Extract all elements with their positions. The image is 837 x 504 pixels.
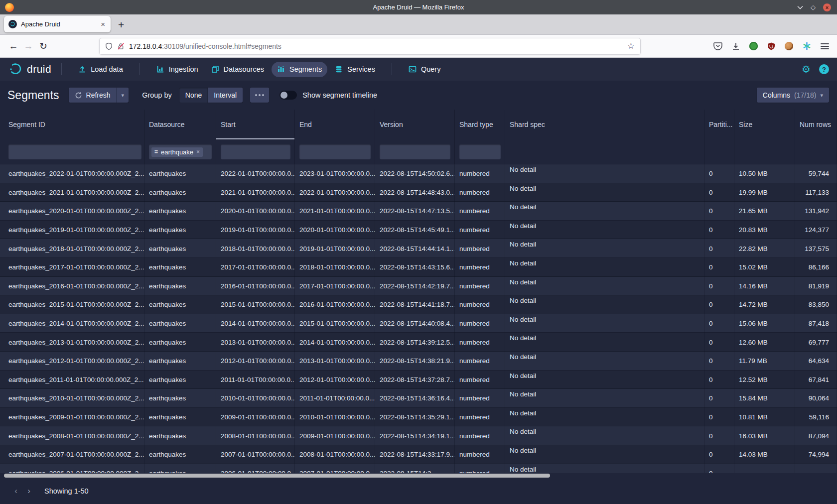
cell-segment-id[interactable]: earthquakes_2010-01-01T00:00:00.000Z_2..… [0,389,144,408]
datasource-filter-tag[interactable]: = earthquake × [151,147,203,157]
help-icon[interactable]: ? [819,64,829,74]
druid-logo[interactable]: druid [8,62,51,77]
cell-segment-id[interactable]: earthquakes_2008-01-01T00:00:00.000Z_2..… [0,426,144,445]
ublock-origin-icon[interactable] [767,42,775,50]
table-row[interactable]: earthquakes_2022-01-01T00:00:00.000Z_2..… [0,164,837,183]
cell-segment-id[interactable]: earthquakes_2014-01-01T00:00:00.000Z_2..… [0,314,144,333]
table-row[interactable]: earthquakes_2007-01-01T00:00:00.000Z_2..… [0,445,837,464]
cell-segment-id[interactable]: earthquakes_2021-01-01T00:00:00.000Z_2..… [0,183,144,202]
cell-segment-id[interactable]: earthquakes_2022-01-01T00:00:00.000Z_2..… [0,164,144,183]
bookmark-star-icon[interactable]: ☆ [627,41,635,51]
table-row[interactable]: earthquakes_2009-01-01T00:00:00.000Z_2..… [0,408,837,427]
table-row[interactable]: earthquakes_2010-01-01T00:00:00.000Z_2..… [0,389,837,408]
reload-button[interactable]: ↻ [36,40,51,52]
cell-segment-id[interactable]: earthquakes_2006-01-01T00:00:00.000Z_2..… [0,464,144,474]
refresh-button[interactable]: Refresh [69,88,117,103]
cell-shard-spec: No detail [505,258,704,277]
cell-size: 12.52 MB [734,371,795,389]
nav-item-load-data[interactable]: Load data [73,62,129,77]
table-row[interactable]: earthquakes_2020-01-01T00:00:00.000Z_2..… [0,202,837,221]
nav-item-datasources[interactable]: Datasources [206,62,270,77]
table-row[interactable]: earthquakes_2021-01-01T00:00:00.000Z_2..… [0,183,837,202]
back-button[interactable]: ← [6,41,21,52]
table-row[interactable]: earthquakes_2014-01-01T00:00:00.000Z_2..… [0,314,837,333]
cell-segment-id[interactable]: earthquakes_2009-01-01T00:00:00.000Z_2..… [0,408,144,427]
table-row[interactable]: earthquakes_2016-01-01T00:00:00.000Z_2..… [0,277,837,296]
cell-segment-id[interactable]: earthquakes_2007-01-01T00:00:00.000Z_2..… [0,445,144,464]
url-bar[interactable]: 172.18.0.4:30109/unified-console.html#se… [100,38,640,54]
table-row[interactable]: earthquakes_2019-01-01T00:00:00.000Z_2..… [0,221,837,240]
column-header-start[interactable]: Start [216,110,295,139]
table-row[interactable]: earthquakes_2008-01-01T00:00:00.000Z_2..… [0,426,837,445]
column-header-datasource[interactable]: Datasource [144,110,216,139]
new-tab-button[interactable]: + [118,19,124,30]
next-page-button[interactable]: › [22,486,35,496]
columns-button[interactable]: Columns (17/18) ▾ [757,88,829,103]
settings-gear-icon[interactable]: ⚙ [802,64,811,74]
nav-item-query[interactable]: Query [403,62,446,77]
column-header-partition[interactable]: Partiti... [704,110,734,139]
window-maximize-icon[interactable]: ◇ [811,4,816,10]
cell-segment-id[interactable]: earthquakes_2019-01-01T00:00:00.000Z_2..… [0,221,144,240]
table-row[interactable]: earthquakes_2018-01-01T00:00:00.000Z_2..… [0,239,837,258]
nav-item-label: Services [347,65,375,73]
group-by-none-button[interactable]: None [179,88,208,103]
table-row[interactable]: earthquakes_2017-01-01T00:00:00.000Z_2..… [0,258,837,277]
window-minimize-icon[interactable] [797,5,803,9]
pinwheel-extension-icon[interactable] [803,42,811,50]
filter-input-segment-id[interactable] [8,144,141,159]
previous-page-button[interactable]: ‹ [9,486,22,496]
cell-segment-id[interactable]: earthquakes_2017-01-01T00:00:00.000Z_2..… [0,258,144,277]
cell-datasource: earthquakes [144,258,216,277]
table-row[interactable]: earthquakes_2011-01-01T00:00:00.000Z_2..… [0,371,837,389]
table-row[interactable]: earthquakes_2015-01-01T00:00:00.000Z_2..… [0,295,837,314]
column-header-end[interactable]: End [295,110,375,139]
nav-item-segments[interactable]: Segments [272,62,327,77]
column-header-size[interactable]: Size [734,110,795,139]
filter-input-version[interactable] [380,144,450,159]
tracking-shield-icon[interactable] [105,42,113,50]
segment-timeline-toggle[interactable] [279,91,297,100]
window-close-button[interactable]: × [823,3,831,11]
cell-segment-id[interactable]: earthquakes_2013-01-01T00:00:00.000Z_2..… [0,333,144,352]
extension-privacy-icon[interactable] [749,42,758,50]
column-header-num-rows[interactable]: Num rows [795,110,837,139]
cookie-extension-icon[interactable] [785,42,793,50]
filter-input-shard-type[interactable] [459,144,501,159]
table-row[interactable]: earthquakes_2006-01-01T00:00:00.000Z_2..… [0,464,837,474]
pocket-icon[interactable] [713,42,722,50]
cell-start: 2022-01-01T00:00:00.0... [216,164,295,183]
cell-datasource: earthquakes [144,371,216,389]
menu-icon[interactable] [821,42,829,51]
horizontal-scrollbar[interactable] [4,474,550,478]
column-header-segment-id[interactable]: Segment ID [0,110,144,139]
refresh-options-button[interactable]: ▾ [117,88,129,103]
nav-item-services[interactable]: Services [329,62,381,77]
cell-end: 2007-01-01T00:00:00.0... [295,464,375,474]
table-row[interactable]: earthquakes_2012-01-01T00:00:00.000Z_2..… [0,352,837,371]
cell-segment-id[interactable]: earthquakes_2012-01-01T00:00:00.000Z_2..… [0,352,144,371]
tab-close-icon[interactable]: × [100,20,106,28]
url-text[interactable]: 172.18.0.4:30109/unified-console.html#se… [129,42,627,50]
insecure-lock-icon[interactable] [117,42,125,50]
filter-input-start[interactable] [221,144,290,159]
remove-tag-icon[interactable]: × [196,149,200,155]
column-header-version[interactable]: Version [375,110,455,139]
cell-start: 2017-01-01T00:00:00.0... [216,258,295,277]
cell-segment-id[interactable]: earthquakes_2020-01-01T00:00:00.000Z_2..… [0,202,144,221]
cell-segment-id[interactable]: earthquakes_2018-01-01T00:00:00.000Z_2..… [0,239,144,258]
cell-segment-id[interactable]: earthquakes_2011-01-01T00:00:00.000Z_2..… [0,371,144,389]
group-by-interval-button[interactable]: Interval [208,88,243,103]
column-header-shard-type[interactable]: Shard type [455,110,505,139]
column-header-shard-spec[interactable]: Shard spec [505,110,704,139]
nav-item-ingestion[interactable]: Ingestion [151,62,204,77]
cell-datasource: earthquakes [144,183,216,202]
downloads-icon[interactable] [732,42,740,50]
cell-segment-id[interactable]: earthquakes_2015-01-01T00:00:00.000Z_2..… [0,295,144,314]
more-options-button[interactable] [250,88,269,103]
filter-input-end[interactable] [299,144,371,159]
filter-input-datasource[interactable]: = earthquake × [149,144,212,159]
cell-segment-id[interactable]: earthquakes_2016-01-01T00:00:00.000Z_2..… [0,277,144,296]
tab-apache-druid[interactable]: Apache Druid × [4,16,111,32]
table-row[interactable]: earthquakes_2013-01-01T00:00:00.000Z_2..… [0,333,837,352]
